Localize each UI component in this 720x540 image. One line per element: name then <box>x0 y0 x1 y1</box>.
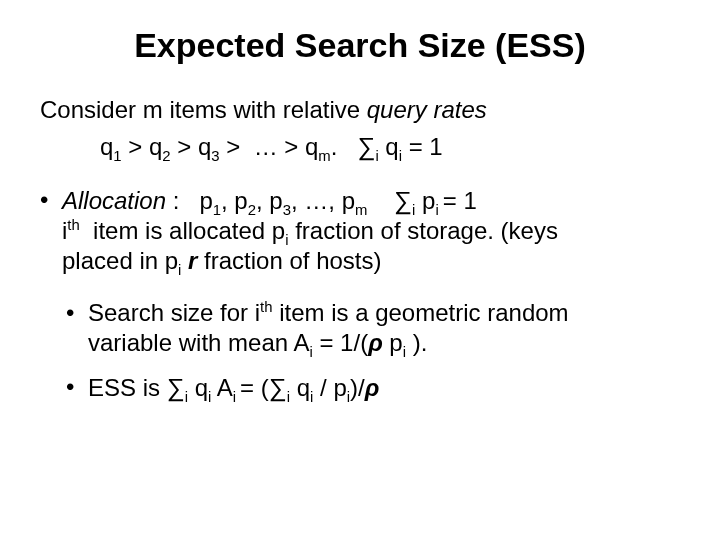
search-size-line1: Search size for ith item is a geometric … <box>88 298 680 328</box>
ess-bullet: • ESS is ∑i qi Ai = (∑i qi / pi)/ρ <box>66 372 680 404</box>
slide-body: Consider m items with relative query rat… <box>40 95 680 404</box>
allocation-label: Allocation <box>62 187 166 214</box>
intro-italic: query rates <box>367 96 487 123</box>
ess-line: ESS is ∑i qi Ai = (∑i qi / pi)/ρ <box>88 372 680 404</box>
query-rates-equation: q1 > q2 > q3 > … > qm. ∑i qi = 1 <box>100 131 680 163</box>
bullet-dot: • <box>66 298 88 328</box>
bullet-dot: • <box>66 372 88 402</box>
search-size-line2: variable with mean Ai = 1/(ρ pi ). <box>88 328 680 358</box>
sub-bullets: • Search size for ith item is a geometri… <box>66 298 680 404</box>
bullet-dot: • <box>40 185 62 215</box>
intro-line: Consider m items with relative query rat… <box>40 95 680 125</box>
allocation-line1: Allocation : p1, p2, p3, …, pm ∑i pi = 1 <box>62 185 680 217</box>
search-size-bullet: • Search size for ith item is a geometri… <box>66 298 680 358</box>
allocation-line2: ith item is allocated pi fraction of sto… <box>62 216 680 246</box>
slide-title: Expected Search Size (ESS) <box>40 26 680 65</box>
allocation-line3: placed in pi r fraction of hosts) <box>62 246 680 276</box>
intro-prefix: Consider m items with relative <box>40 96 367 123</box>
allocation-bullet: • Allocation : p1, p2, p3, …, pm ∑i pi =… <box>40 185 680 277</box>
allocation-rest: : p1, p2, p3, …, pm ∑i pi = 1 <box>166 187 477 214</box>
